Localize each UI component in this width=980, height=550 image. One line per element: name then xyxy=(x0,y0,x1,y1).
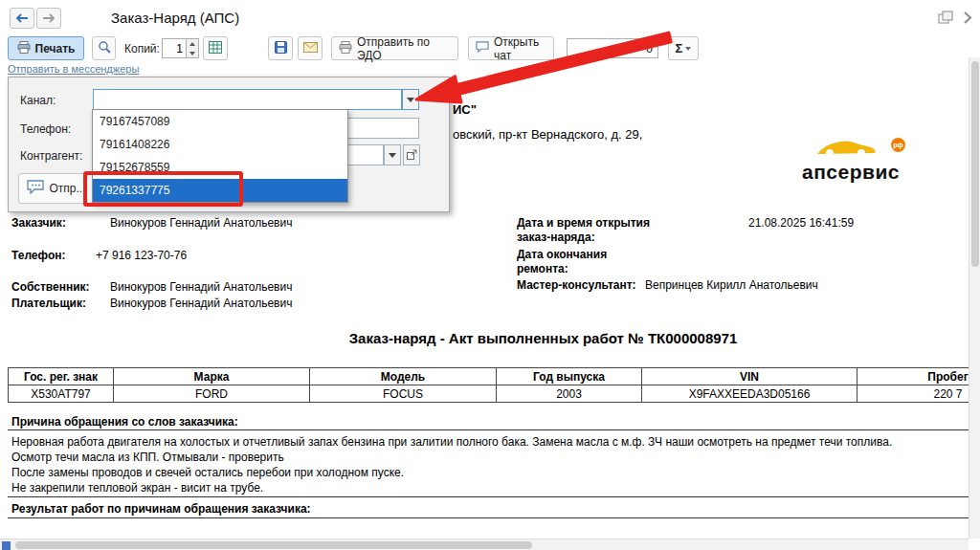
page-title: Заказ-Наряд (АПС) xyxy=(111,10,239,26)
vertical-scrollbar-thumb[interactable] xyxy=(971,61,979,267)
chevron-down-icon xyxy=(685,47,691,51)
sigma-icon: Σ xyxy=(676,41,683,55)
spin-down-icon xyxy=(189,52,195,55)
payer-label: Плательщик: xyxy=(11,297,86,310)
reason-line: Осмотр течи масла из КПП. Отмывали - про… xyxy=(11,451,284,464)
horizontal-scrollbar-thumb[interactable] xyxy=(15,541,532,549)
mail-button[interactable] xyxy=(298,36,323,60)
counter-field[interactable]: 0 xyxy=(567,38,658,58)
divider xyxy=(8,517,969,518)
counterparty-label: Контрагент: xyxy=(20,149,82,163)
chat-send-icon xyxy=(27,180,44,197)
vehicle-table-value-row: X530AT797 FORD FOCUS 2003 X9FAXXEEDA3D05… xyxy=(9,385,969,403)
reason-line: После замены проводов и свечей остались … xyxy=(11,466,404,479)
dropdown-item-selected[interactable]: 79261337775 xyxy=(93,179,347,202)
print-button[interactable]: Печать xyxy=(8,36,84,60)
send-edo-label: Отправить по ЭДО xyxy=(357,35,451,62)
dropdown-item[interactable]: 79167457089 xyxy=(93,110,347,133)
scrollbar-corner-button[interactable] xyxy=(2,541,11,550)
send-edo-button[interactable]: Отправить по ЭДО xyxy=(331,36,458,60)
reason-line: Не закрепили тепловой экран - висит на т… xyxy=(11,481,263,495)
copies-input[interactable] xyxy=(162,38,187,58)
channel-dropdown-list: 79167457089 79161408226 79152678559 7926… xyxy=(92,109,348,203)
copies-spinner[interactable] xyxy=(187,38,199,58)
customer-label: Заказчик: xyxy=(11,216,66,230)
owner-label: Собственник: xyxy=(11,280,90,294)
table-cell: X530AT797 xyxy=(9,385,114,403)
printer-icon xyxy=(17,41,31,56)
open-date-value: 21.08.2025 16:41:59 xyxy=(748,216,854,230)
horizontal-scrollbar[interactable] xyxy=(0,539,969,550)
master-label: Мастер-консультант: xyxy=(517,278,636,292)
result-heading: Результат работ по причинам обращения за… xyxy=(11,502,311,516)
counterparty-open-button[interactable] xyxy=(403,144,420,165)
divider xyxy=(8,429,969,430)
end-date-label-line2: ремонта: xyxy=(517,262,568,275)
open-date-label-line2: заказ-наряда: xyxy=(517,231,595,244)
preview-button[interactable] xyxy=(92,36,116,60)
copies-label: Копий: xyxy=(124,42,160,55)
doc-phone-value: +7 916 123-70-76 xyxy=(96,249,187,262)
open-chat-button[interactable]: Открыть чат xyxy=(468,36,554,60)
document-title: Заказ-наряд - Акт выполненных работ № ТК… xyxy=(105,330,980,346)
chat-bubble-icon xyxy=(476,41,489,55)
table-cell: X9FAXXEEDA3D05166 xyxy=(642,385,858,403)
app-window: Заказ-Наряд (АПС) Печать Копий: xyxy=(0,0,980,550)
channel-dropdown-button[interactable] xyxy=(402,89,419,110)
table-cell: FORD xyxy=(114,385,310,403)
grid-icon xyxy=(209,41,222,56)
end-date-label-line1: Дата окончания xyxy=(517,248,607,261)
payer-value: Винокуров Геннадий Анатольевич xyxy=(110,297,292,310)
envelope-icon xyxy=(303,42,318,55)
panel-send-label: Отпр... xyxy=(49,182,85,195)
panel-phone-label: Телефон: xyxy=(20,122,71,136)
print-button-label: Печать xyxy=(35,42,76,55)
chevron-down-icon xyxy=(407,98,414,102)
reason-line: Неровная работа двигателя на холостых и … xyxy=(11,435,892,449)
table-header-cell: Пробег xyxy=(858,368,969,385)
table-header-cell: Марка xyxy=(114,368,310,385)
company-name-fragment: ИС" xyxy=(453,102,477,117)
doc-phone-label: Телефон: xyxy=(11,249,65,262)
expand-icon[interactable] xyxy=(962,11,973,29)
channel-combobox[interactable] xyxy=(93,89,402,110)
chevron-down-icon xyxy=(389,153,396,158)
reason-heading: Причина обращения со слов заказчика: xyxy=(11,415,238,429)
floppy-icon xyxy=(275,41,287,56)
vehicle-table-header-row: Гос. рег. знак Марка Модель Год выпуска … xyxy=(9,368,969,385)
table-header-cell: Модель xyxy=(310,368,497,385)
open-link-icon xyxy=(407,146,417,164)
vehicle-table: Гос. рег. знак Марка Модель Год выпуска … xyxy=(8,367,969,403)
logo-text: апсервис xyxy=(802,161,907,184)
divider xyxy=(8,496,969,497)
master-value: Вепринцев Кирилл Анатольевич xyxy=(645,278,818,292)
counterparty-dropdown-button[interactable] xyxy=(384,144,401,165)
send-to-messengers-link[interactable]: Отправить в мессенджеры xyxy=(8,63,139,75)
owner-value: Винокуров Геннадий Анатольевич xyxy=(110,280,292,294)
company-address-fragment: овский, пр-кт Вернадского, д. 29, xyxy=(453,127,642,142)
dropdown-item[interactable]: 79161408226 xyxy=(93,133,347,156)
open-chat-label: Открыть чат xyxy=(494,35,546,62)
edo-printer-icon xyxy=(339,41,352,56)
logo-rf-badge: рф xyxy=(891,138,905,152)
forward-button[interactable] xyxy=(36,8,61,29)
back-button[interactable] xyxy=(10,8,34,29)
back-arrow-icon xyxy=(15,10,29,27)
panel-send-button[interactable]: Отпр... xyxy=(18,173,95,204)
window-icon[interactable] xyxy=(938,11,954,29)
table-cell: 2003 xyxy=(497,385,642,403)
table-settings-button[interactable] xyxy=(203,36,228,60)
vertical-scrollbar[interactable] xyxy=(969,57,980,539)
sum-button[interactable]: Σ xyxy=(668,36,699,60)
table-cell: FOCUS xyxy=(310,385,497,403)
forward-arrow-icon xyxy=(42,10,56,27)
customer-value: Винокуров Геннадий Анатольевич xyxy=(110,216,292,230)
table-cell: 220 7 xyxy=(858,385,969,403)
open-date-label-line1: Дата и время открытия xyxy=(517,216,650,230)
magnifier-icon xyxy=(98,40,111,56)
save-button[interactable] xyxy=(268,36,293,60)
vehicle-table-clip: Гос. рег. знак Марка Модель Год выпуска … xyxy=(8,367,969,403)
channel-label: Канал: xyxy=(20,94,56,107)
table-header-cell: Гос. рег. знак xyxy=(9,368,114,385)
dropdown-item[interactable]: 79152678559 xyxy=(93,156,347,179)
